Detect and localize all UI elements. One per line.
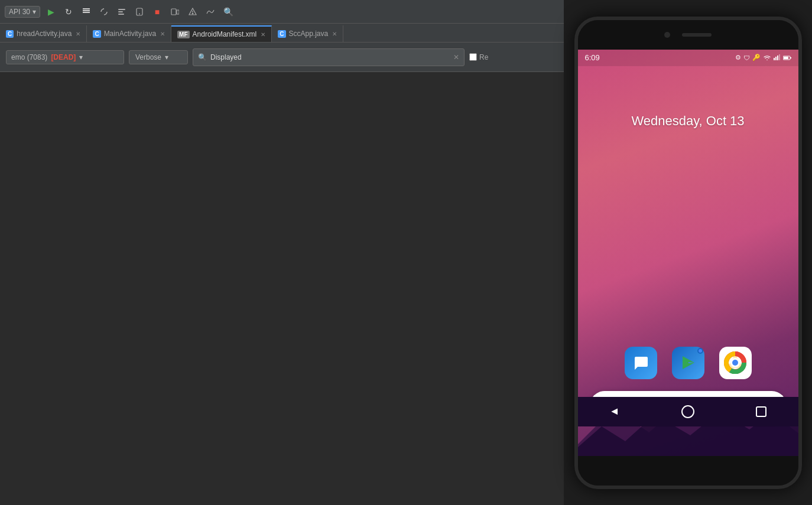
tab-sccapp-label: SccApp.java — [289, 30, 329, 38]
tab-threadactivity-icon: C — [6, 30, 14, 38]
messages-app-icon[interactable] — [625, 347, 657, 379]
speaker — [682, 33, 712, 37]
phone-screen[interactable]: 6:09 ⚙ 🛡 🔑 — [578, 50, 798, 456]
vpn-icon: 🔑 — [752, 54, 761, 61]
shield-icon: 🛡 — [743, 54, 750, 61]
stop-all-button[interactable] — [79, 5, 93, 19]
dead-label: [DEAD] — [51, 53, 76, 61]
chrome-app-icon[interactable] — [719, 347, 752, 379]
signal-icon — [774, 54, 781, 61]
process-selector[interactable]: emo (7083) [DEAD] ▾ — [6, 50, 124, 64]
regex-check[interactable] — [469, 53, 477, 61]
search-box[interactable]: 🔍 ✕ — [193, 48, 465, 66]
tab-mainactivity[interactable]: C MainActivity.java ✕ — [87, 25, 171, 42]
battery-icon — [783, 54, 791, 61]
run-button[interactable]: ▶ — [44, 5, 58, 19]
wifi-icon — [763, 54, 771, 61]
tab-threadactivity[interactable]: C hreadActivity.java ✕ — [0, 25, 87, 42]
tab-threadactivity-label: hreadActivity.java — [17, 30, 72, 38]
phone-bottom-bar — [578, 456, 798, 486]
tab-sccapp-icon: C — [278, 30, 285, 38]
api-selector[interactable]: API 30 ▾ — [5, 6, 40, 18]
app-icons-row — [578, 347, 798, 379]
tab-androidmanifest-label: AndroidManifest.xml — [193, 30, 257, 38]
home-date: Wednesday, Oct 13 — [578, 113, 798, 129]
toolbar: API 30 ▾ ▶ ↻ — [0, 0, 564, 24]
tab-androidmanifest-close[interactable]: ✕ — [261, 31, 265, 38]
svg-rect-9 — [177, 10, 179, 14]
svg-rect-16 — [779, 54, 780, 60]
phone-frame: 6:09 ⚙ 🛡 🔑 — [574, 17, 802, 489]
stop-button[interactable]: ■ — [150, 5, 164, 19]
nav-recents-button[interactable] — [752, 403, 770, 421]
svg-rect-5 — [118, 14, 124, 15]
svg-rect-8 — [171, 9, 176, 15]
svg-rect-15 — [777, 56, 778, 60]
nav-back-button[interactable]: ◄ — [606, 403, 623, 421]
tab-sccapp[interactable]: C SccApp.java ✕ — [272, 25, 343, 42]
svg-point-25 — [732, 360, 738, 366]
play-store-app-icon[interactable] — [672, 347, 704, 379]
svg-rect-13 — [774, 58, 775, 60]
regex-label: Re — [479, 53, 488, 61]
log-content-area — [0, 72, 564, 505]
svg-rect-0 — [83, 8, 90, 9]
nav-home-button[interactable] — [679, 403, 697, 421]
front-camera — [664, 32, 670, 38]
ide-main-area: API 30 ▾ ▶ ↻ — [0, 0, 564, 505]
svg-rect-14 — [775, 57, 777, 60]
svg-rect-19 — [790, 57, 791, 58]
apk-analyzer-button[interactable] — [186, 5, 200, 19]
device-mirror-button[interactable] — [168, 5, 182, 19]
emulator-container: 6:09 ⚙ 🛡 🔑 — [564, 0, 812, 505]
verbose-selector[interactable]: Verbose ▾ — [129, 50, 188, 64]
verbose-label: Verbose — [135, 53, 161, 61]
svg-rect-4 — [118, 11, 123, 12]
regex-checkbox[interactable]: Re — [469, 53, 488, 61]
svg-point-7 — [139, 13, 140, 14]
phone-nav-bar: ◄ — [578, 397, 798, 426]
tab-mainactivity-close[interactable]: ✕ — [160, 31, 165, 37]
process-name: emo (7083) — [11, 53, 47, 61]
search-icon: 🔍 — [198, 53, 207, 61]
phone-top-bar — [578, 20, 798, 50]
api-selector-label: API 30 — [9, 8, 30, 16]
tab-threadactivity-close[interactable]: ✕ — [76, 31, 80, 37]
search-everywhere-button[interactable]: 🔍 — [221, 5, 235, 19]
api-chevron-icon: ▾ — [33, 8, 36, 16]
avd-manager-button[interactable] — [132, 5, 147, 19]
tab-mainactivity-label: MainActivity.java — [104, 30, 156, 38]
tab-androidmanifest-icon: MF — [177, 31, 189, 38]
reload-button[interactable]: ↻ — [61, 5, 76, 19]
settings-icon: ⚙ — [735, 54, 741, 61]
tab-sccapp-close[interactable]: ✕ — [332, 31, 337, 37]
svg-rect-18 — [784, 57, 788, 59]
profiler-button[interactable] — [203, 5, 217, 19]
svg-point-12 — [192, 13, 193, 14]
verbose-chevron-icon: ▾ — [165, 53, 168, 61]
process-chevron-icon: ▾ — [79, 53, 83, 61]
tabs-bar: C hreadActivity.java ✕ C MainActivity.ja… — [0, 24, 564, 43]
status-time: 6:09 — [585, 53, 600, 62]
svg-rect-3 — [118, 9, 125, 10]
search-input[interactable] — [210, 53, 450, 61]
search-clear-button[interactable]: ✕ — [453, 53, 459, 61]
sync-button[interactable] — [97, 5, 111, 19]
status-icons: ⚙ 🛡 🔑 — [735, 54, 791, 61]
logcat-bar: emo (7083) [DEAD] ▾ Verbose ▾ 🔍 ✕ Re — [0, 43, 564, 72]
tab-mainactivity-icon: C — [93, 30, 100, 38]
status-bar: 6:09 ⚙ 🛡 🔑 — [578, 50, 798, 66]
svg-rect-1 — [83, 10, 90, 11]
tab-androidmanifest[interactable]: MF AndroidManifest.xml ✕ — [171, 25, 272, 42]
sdk-manager-button[interactable] — [115, 5, 129, 19]
svg-rect-2 — [83, 12, 90, 13]
